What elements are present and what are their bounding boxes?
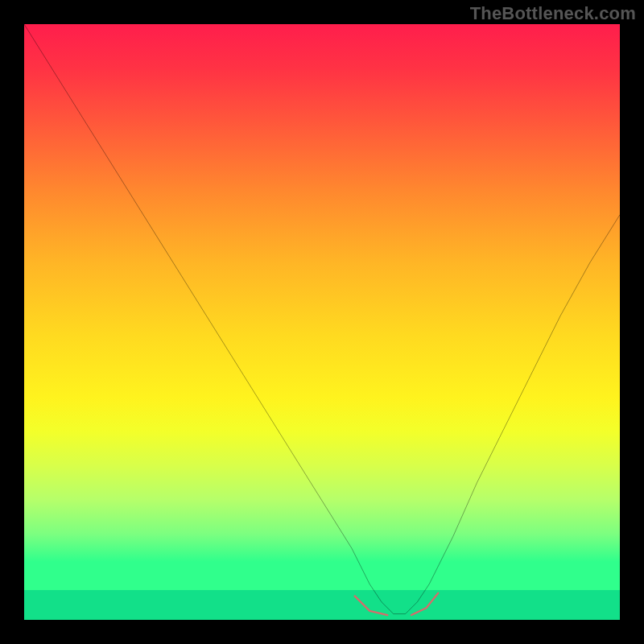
optimal-marker-left [355, 596, 388, 615]
bottleneck-curve [24, 24, 620, 614]
curve-layer [24, 24, 620, 620]
plot-area [24, 24, 620, 620]
chart-frame: TheBottleneck.com [0, 0, 644, 644]
watermark-text: TheBottleneck.com [470, 3, 636, 24]
